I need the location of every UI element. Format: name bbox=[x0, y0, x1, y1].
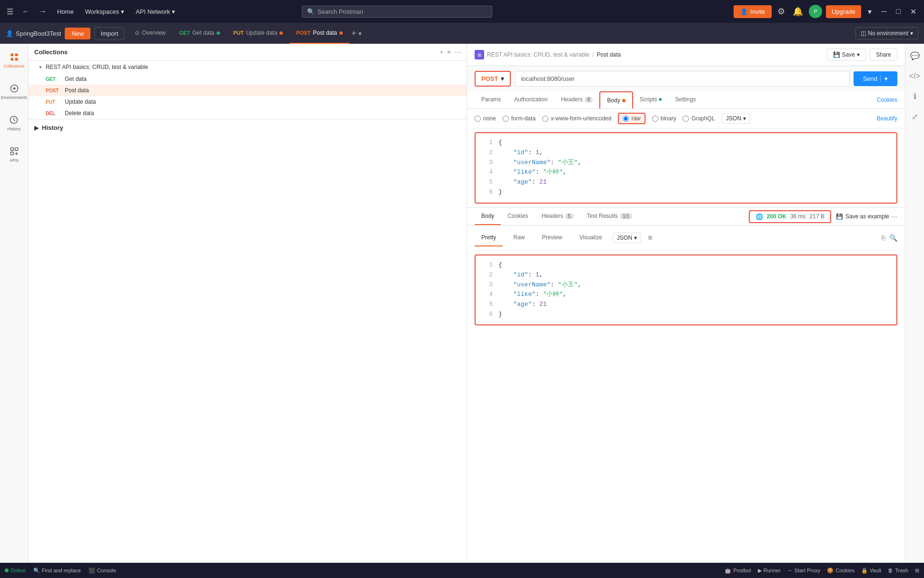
minimize-button[interactable]: ─ bbox=[878, 5, 889, 18]
request-item-delete[interactable]: DEL Delete data bbox=[29, 108, 467, 119]
collection-item[interactable]: ▼ REST API basics: CRUD, test & variable bbox=[29, 61, 467, 73]
share-button[interactable]: Share bbox=[870, 49, 897, 61]
response-tab-headers[interactable]: Headers 5 bbox=[535, 208, 580, 225]
tab-scripts[interactable]: Scripts bbox=[633, 91, 669, 108]
search-response-icon[interactable]: 🔍 bbox=[889, 234, 897, 242]
wrap-lines-icon[interactable]: ≡ bbox=[648, 234, 652, 242]
comments-icon[interactable]: 💬 bbox=[908, 49, 922, 62]
beautify-button[interactable]: Beautify bbox=[877, 115, 897, 122]
response-tab-cookies[interactable]: Cookies bbox=[501, 208, 535, 225]
console-button[interactable]: ⬛ Console bbox=[89, 568, 116, 574]
sidebar-item-history[interactable]: History bbox=[4, 112, 23, 134]
forward-button[interactable]: → bbox=[36, 5, 50, 18]
request-body-editor[interactable]: 1 { 2 "id": 1, 3 "userName": "小王", 4 "li… bbox=[475, 132, 897, 204]
invite-button[interactable]: 👤 Invite bbox=[734, 5, 772, 18]
find-replace-button[interactable]: 🔍 Find and replace bbox=[33, 568, 81, 574]
upgrade-button[interactable]: Upgrade bbox=[826, 5, 861, 18]
save-example-button[interactable]: 💾 Save as example bbox=[836, 213, 889, 220]
response-tab-test-results[interactable]: Test Results 1/1 bbox=[580, 208, 639, 225]
sidebar-item-extra[interactable]: APIs bbox=[7, 144, 22, 166]
response-format-select[interactable]: JSON ▾ bbox=[613, 233, 641, 243]
postbot-button[interactable]: 🤖 Postbot bbox=[725, 568, 751, 574]
response-format-pretty[interactable]: Pretty bbox=[475, 229, 503, 246]
more-options-icon[interactable]: ⋯ bbox=[891, 213, 897, 220]
tab-post-data[interactable]: POST Post data bbox=[289, 23, 349, 44]
home-link[interactable]: Home bbox=[53, 6, 78, 17]
svg-rect-3 bbox=[15, 58, 18, 61]
binary-option[interactable]: binary bbox=[652, 115, 676, 122]
avatar-icon[interactable]: P bbox=[809, 5, 822, 18]
online-status: Online bbox=[5, 568, 26, 573]
cookies-link[interactable]: Cookies bbox=[877, 97, 897, 103]
maximize-button[interactable]: □ bbox=[893, 5, 904, 18]
menu-icon[interactable]: ☰ bbox=[5, 5, 15, 18]
format-select[interactable]: JSON ▾ bbox=[722, 113, 750, 124]
settings-icon[interactable]: ⚙ bbox=[775, 4, 787, 19]
response-tabs-row: Body Cookies Headers 5 Test Results 1/1 … bbox=[467, 208, 905, 225]
form-data-option[interactable]: form-data bbox=[503, 115, 536, 122]
code-icon[interactable]: </> bbox=[907, 70, 922, 82]
close-button[interactable]: ✕ bbox=[907, 5, 919, 18]
svg-rect-1 bbox=[15, 54, 18, 57]
response-format-visualize[interactable]: Visualize bbox=[573, 229, 609, 246]
tab-get-data[interactable]: GET Get data bbox=[172, 23, 227, 44]
save-icon: 💾 bbox=[833, 51, 840, 58]
copy-response-icon[interactable]: ⎘ bbox=[882, 234, 885, 242]
request-item-post[interactable]: POST Post data bbox=[29, 85, 467, 96]
send-button[interactable]: Send ▾ bbox=[854, 71, 897, 86]
right-sidebar: 💬 </> ℹ ⤢ bbox=[905, 44, 924, 563]
sidebar-item-collections[interactable]: Collections bbox=[0, 49, 27, 71]
sidebar-history-header[interactable]: ▶ History bbox=[29, 119, 467, 136]
chevron-down-icon: ▾ bbox=[743, 115, 746, 122]
vault-button[interactable]: 🔒 Vault bbox=[861, 568, 881, 574]
env-icon: ◫ bbox=[861, 30, 866, 37]
save-button[interactable]: 💾 Save ▾ bbox=[827, 49, 866, 61]
collection-icon: ⊞ bbox=[475, 50, 484, 59]
sidebar-history-section: ▶ History bbox=[29, 119, 467, 136]
send-dropdown-icon[interactable]: ▾ bbox=[880, 75, 888, 82]
tab-headers[interactable]: Headers 8 bbox=[554, 91, 599, 108]
back-button[interactable]: ← bbox=[19, 5, 32, 18]
response-tab-body[interactable]: Body bbox=[475, 208, 501, 225]
response-format-raw[interactable]: Raw bbox=[507, 229, 531, 246]
api-network-dropdown[interactable]: API Network ▾ bbox=[132, 6, 179, 17]
workspaces-dropdown[interactable]: Workspaces ▾ bbox=[81, 6, 128, 17]
bell-icon[interactable]: 🔔 bbox=[791, 4, 805, 19]
grid-button[interactable]: ⊞ bbox=[915, 568, 919, 574]
search-bar[interactable]: 🔍 Search Postman bbox=[302, 6, 492, 18]
urlencoded-option[interactable]: x-www-form-urlencoded bbox=[542, 115, 611, 122]
request-item-put[interactable]: PUT Update data bbox=[29, 96, 467, 108]
tab-authorization[interactable]: Authorization bbox=[507, 91, 554, 108]
sidebar-item-environments[interactable]: Environments bbox=[0, 81, 30, 103]
proxy-icon: ↔ bbox=[787, 568, 793, 573]
method-selector[interactable]: POST ▾ bbox=[475, 71, 511, 87]
response-format-preview[interactable]: Preview bbox=[535, 229, 569, 246]
add-tab-button[interactable]: + bbox=[349, 27, 358, 40]
chevron-down-icon[interactable]: ▾ bbox=[865, 5, 874, 18]
url-input[interactable] bbox=[515, 71, 849, 87]
filter-icon[interactable]: ≡ bbox=[447, 49, 451, 56]
main-area: Collections Environments History APIs Co… bbox=[0, 44, 924, 563]
tab-chevron-down-icon[interactable]: ▾ bbox=[358, 30, 362, 37]
trash-button[interactable]: 🗑 Trash bbox=[888, 568, 908, 574]
new-button[interactable]: New bbox=[65, 28, 90, 39]
overview-icon: ⊙ bbox=[135, 29, 139, 36]
more-options-icon[interactable]: ⋯ bbox=[455, 49, 461, 56]
runner-button[interactable]: ▶ Runner bbox=[758, 568, 781, 574]
tab-body[interactable]: Body bbox=[599, 91, 633, 108]
raw-option[interactable]: raw bbox=[618, 113, 645, 124]
resize-icon[interactable]: ⤢ bbox=[910, 110, 920, 123]
tab-settings[interactable]: Settings bbox=[668, 91, 702, 108]
import-button[interactable]: Import bbox=[94, 27, 124, 40]
info-icon[interactable]: ℹ bbox=[912, 90, 918, 103]
tab-params[interactable]: Params bbox=[475, 91, 507, 108]
graphql-option[interactable]: GraphQL bbox=[683, 115, 715, 122]
environment-selector[interactable]: ◫ No environment ▾ bbox=[855, 27, 918, 39]
none-option[interactable]: none bbox=[475, 115, 496, 122]
tab-overview[interactable]: ⊙ Overview bbox=[128, 23, 172, 44]
cookies-button[interactable]: 🍪 Cookies bbox=[827, 568, 854, 574]
request-item-get[interactable]: GET Get data bbox=[29, 73, 467, 85]
tab-put-data[interactable]: PUT Update data bbox=[227, 23, 289, 44]
start-proxy-button[interactable]: ↔ Start Proxy bbox=[787, 568, 820, 574]
add-collection-icon[interactable]: + bbox=[440, 49, 444, 56]
